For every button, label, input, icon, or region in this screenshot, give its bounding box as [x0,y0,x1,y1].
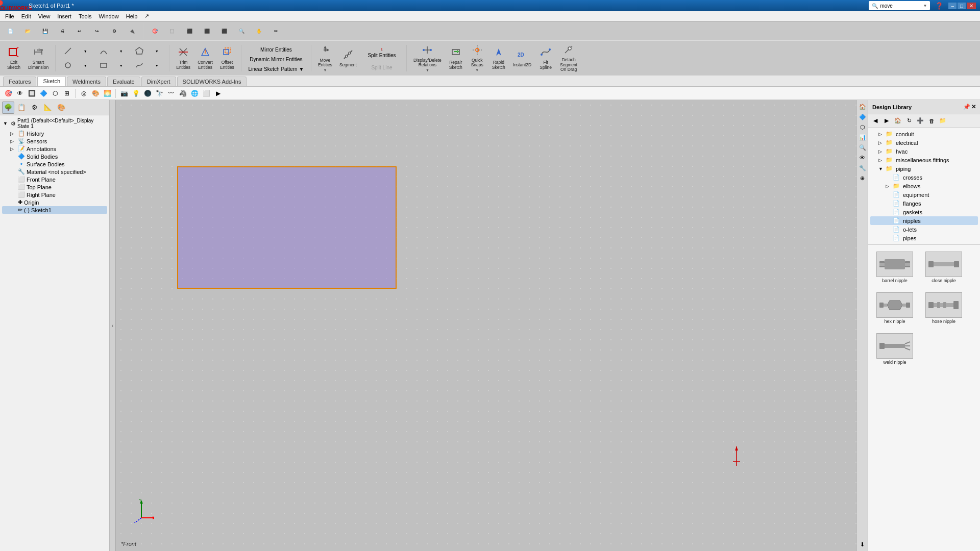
smart-dimension-button[interactable]: dim SmartDimension [26,43,51,73]
split-line-button[interactable]: Split Line [361,60,402,71]
view-3d-button[interactable]: ⬚ [164,23,180,39]
dt-misc-fittings[interactable]: ▷ 📁 miscellaneous fittings [870,156,978,164]
zebra-icon[interactable]: 🦓 [178,88,188,98]
print-button[interactable]: 🖨 [54,23,70,39]
view-wire-icon[interactable]: ⬡ [50,88,60,98]
tree-solid-bodies[interactable]: 🔷 Solid Bodies [2,153,107,160]
tree-surface-bodies[interactable]: 🔹 Surface Bodies [2,160,107,168]
view-zoom-button[interactable]: 🔍 [233,23,250,39]
spline-button[interactable] [131,59,148,72]
tab-addins[interactable]: SOLIDWORKS Add-Ins [177,77,247,86]
edit-pencil[interactable]: ✏ [268,23,284,39]
spline-dropdown[interactable]: ▼ [149,59,165,72]
dt-electrical[interactable]: ▷ 📁 electrical [870,138,978,147]
strip-view[interactable]: 👁 [858,153,867,162]
redo-button[interactable]: ↪ [89,23,105,39]
strip-sim[interactable]: 📊 [858,133,867,142]
tab-features[interactable]: Features [3,77,36,86]
menu-view[interactable]: View [35,12,54,20]
enviro-icon[interactable]: 🌐 [189,88,200,98]
move-entities-button[interactable]: MoveEntities ▼ [315,43,335,73]
property-manager-tab[interactable]: 📋 [15,102,28,114]
sketch-rectangle[interactable] [177,166,397,289]
arc-button[interactable] [95,44,112,58]
tree-origin[interactable]: ✚ Origin [2,198,107,206]
appearance-icon[interactable]: 🎨 [90,88,101,98]
polygon-button[interactable] [131,44,148,58]
detach-segment-button[interactable]: DetachSegmentOn Drag [557,43,580,73]
menu-extra[interactable]: ↗ [141,12,152,20]
shadow-icon[interactable]: 🌑 [142,88,153,98]
convert-entities-button[interactable]: ConvertEntities [195,43,215,73]
rp-browse-button[interactable]: 📁 [938,116,948,126]
rect-dropdown[interactable]: ▼ [113,59,129,72]
instant2d-button[interactable]: 2D Instant2D [510,43,534,73]
rp-forward-button[interactable]: ▶ [881,116,892,126]
config-manager-tab[interactable]: ⚙ [29,102,41,114]
offset-entities-button[interactable]: OffsetEntities [217,43,237,73]
view-display-icon[interactable]: 👁 [15,88,25,98]
dt-elbows[interactable]: ▷ 📁 elbows [870,182,978,190]
new-button[interactable]: 📄 [2,23,18,39]
dt-gaskets[interactable]: 📄 gaskets [870,208,978,216]
rp-pin-icon[interactable]: 📌 [963,104,970,110]
search-input[interactable] [880,3,921,9]
thumb-hose-nipple[interactable]: hose nipple [921,290,966,327]
save-button[interactable]: 💾 [37,23,53,39]
exit-sketch-button[interactable]: ExitSketch [4,43,23,73]
view-hide-icon[interactable]: 🔲 [27,88,37,98]
tree-top-plane[interactable]: ⬜ Top Plane [2,183,107,191]
dt-equipment[interactable]: 📄 equipment [870,190,978,199]
dynamic-mirror-button[interactable]: Dynamic Mirror Entities [246,54,307,63]
strip-render[interactable]: ⬡ [858,122,867,132]
canvas-area[interactable]: Y X Z *Front [116,100,856,551]
dt-conduit[interactable]: ▷ 📁 conduit [870,130,978,138]
view-top-button[interactable]: ⬛ [199,23,215,39]
strip-tools[interactable]: 🔧 [858,163,867,172]
close-button[interactable]: ✕ [967,3,976,9]
line-dropdown[interactable]: ▼ [77,44,93,58]
rect-button[interactable] [95,59,112,72]
menu-help[interactable]: Help [123,12,141,20]
dt-crosses[interactable]: 📄 crosses [870,173,978,182]
undo-button[interactable]: ↩ [71,23,88,39]
thumb-weld-nipple[interactable]: weld nipple [872,331,917,367]
rp-close-icon[interactable]: ✕ [971,104,976,110]
realview-icon[interactable]: 💡 [131,88,141,98]
strip-3dmodel[interactable]: 🔷 [858,112,867,121]
view-right-button[interactable]: ⬛ [216,23,232,39]
circle-button[interactable] [60,59,76,72]
line-button[interactable] [60,44,76,58]
rapid-sketch-button[interactable]: RapidSketch [489,43,508,73]
tree-material[interactable]: 🔧 Material <not specified> [2,168,107,176]
view-orient-icon[interactable]: 🎯 [3,88,13,98]
bg-icon[interactable]: ⬜ [201,88,211,98]
segment-button[interactable]: Segment [337,43,359,73]
menu-edit[interactable]: Edit [18,12,34,20]
display-manager-tab[interactable]: 🎨 [55,102,67,114]
tree-sensors[interactable]: ▷ 📡 Sensors [2,137,107,145]
tree-history[interactable]: ▷ 📋 History [2,130,107,137]
dt-hvac[interactable]: ▷ 📁 hvac [870,147,978,156]
display-delete-button[interactable]: Display/DeleteRelations ▼ [411,43,444,73]
thumb-barrel-nipple[interactable]: barrel nipple [872,249,917,286]
strip-analysis[interactable]: 🔍 [858,143,867,152]
strip-bottom[interactable]: ⬇ [858,540,867,549]
rp-home-button[interactable]: 🏠 [893,116,903,126]
view-section-icon[interactable]: ⊞ [62,88,72,98]
trim-entities-button[interactable]: TrimEntities [174,43,193,73]
view-shaded-icon[interactable]: 🔷 [38,88,48,98]
rp-refresh-button[interactable]: ↻ [904,116,914,126]
feature-manager-tab[interactable]: 🌳 [2,102,14,114]
repair-sketch-button[interactable]: RepairSketch [446,43,465,73]
collapse-panel-button[interactable]: ‹ [110,100,116,551]
rp-delete-button[interactable]: 🗑 [926,116,937,126]
tab-sketch[interactable]: Sketch [37,76,66,86]
help-icon[interactable]: ❓ [935,2,943,10]
view-front-button[interactable]: ⬛ [181,23,198,39]
dt-flanges[interactable]: 📄 flanges [870,199,978,208]
tab-dimxpert[interactable]: DimXpert [141,77,176,86]
tab-evaluate[interactable]: Evaluate [107,77,140,86]
rp-add-button[interactable]: ➕ [915,116,925,126]
tree-right-plane[interactable]: ⬜ Right Plane [2,191,107,198]
